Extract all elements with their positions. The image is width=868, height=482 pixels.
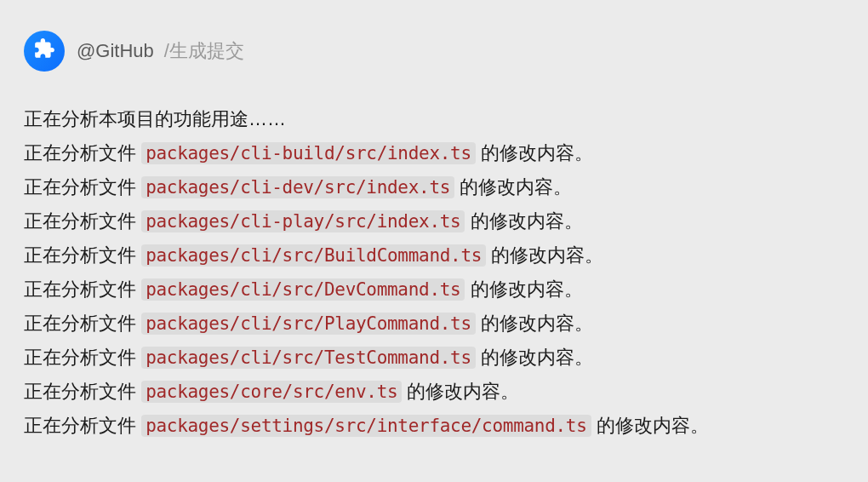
line-suffix: 的修改内容。 xyxy=(476,142,593,164)
file-line: 正在分析文件 packages/cli-build/src/index.ts 的… xyxy=(24,136,844,170)
file-line: 正在分析文件 packages/cli/src/DevCommand.ts 的修… xyxy=(24,273,844,307)
header: @GitHub /生成提交 xyxy=(24,31,844,72)
mention[interactable]: @GitHub xyxy=(77,40,154,62)
line-prefix: 正在分析文件 xyxy=(24,210,141,232)
line-suffix: 的修改内容。 xyxy=(402,381,519,402)
file-path: packages/cli/src/TestCommand.ts xyxy=(141,347,476,369)
file-line: 正在分析文件 packages/cli-play/src/index.ts 的修… xyxy=(24,204,844,238)
file-line: 正在分析文件 packages/cli/src/TestCommand.ts 的… xyxy=(24,341,844,375)
line-prefix: 正在分析文件 xyxy=(24,142,141,164)
file-path: packages/cli-dev/src/index.ts xyxy=(141,176,454,198)
line-suffix: 的修改内容。 xyxy=(454,176,572,198)
line-suffix: 的修改内容。 xyxy=(476,313,593,334)
header-text: @GitHub /生成提交 xyxy=(77,38,244,64)
line-suffix: 的修改内容。 xyxy=(591,415,709,436)
file-line: 正在分析文件 packages/cli/src/BuildCommand.ts … xyxy=(24,238,844,273)
line-prefix: 正在分析文件 xyxy=(24,313,141,334)
file-line: 正在分析文件 packages/cli/src/PlayCommand.ts 的… xyxy=(24,307,844,341)
file-line: 正在分析文件 packages/settings/src/interface/c… xyxy=(24,409,844,443)
line-prefix: 正在分析文件 xyxy=(24,415,141,436)
line-prefix: 正在分析文件 xyxy=(24,381,141,402)
file-line: 正在分析文件 packages/core/src/env.ts 的修改内容。 xyxy=(24,375,844,409)
file-line: 正在分析文件 packages/cli-dev/src/index.ts 的修改… xyxy=(24,170,844,204)
file-path: packages/cli-play/src/index.ts xyxy=(141,210,465,232)
line-prefix: 正在分析文件 xyxy=(24,176,141,198)
line-prefix: 正在分析文件 xyxy=(24,244,141,266)
line-prefix: 正在分析文件 xyxy=(24,347,141,368)
file-path: packages/core/src/env.ts xyxy=(141,381,402,403)
line-prefix: 正在分析文件 xyxy=(24,278,141,300)
slash-command[interactable]: /生成提交 xyxy=(164,38,244,64)
file-path: packages/cli/src/PlayCommand.ts xyxy=(141,313,476,335)
intro-line: 正在分析本项目的功能用途…… xyxy=(24,102,844,136)
file-path: packages/settings/src/interface/command.… xyxy=(141,415,591,437)
puzzle-icon xyxy=(33,37,55,65)
content: 正在分析本项目的功能用途…… 正在分析文件 packages/cli-build… xyxy=(24,102,844,443)
file-path: packages/cli-build/src/index.ts xyxy=(141,142,476,164)
avatar xyxy=(24,31,65,72)
file-path: packages/cli/src/BuildCommand.ts xyxy=(141,244,486,267)
line-suffix: 的修改内容。 xyxy=(465,278,582,300)
line-suffix: 的修改内容。 xyxy=(486,244,603,266)
file-path: packages/cli/src/DevCommand.ts xyxy=(141,278,465,301)
line-suffix: 的修改内容。 xyxy=(476,347,593,368)
line-suffix: 的修改内容。 xyxy=(465,210,582,232)
